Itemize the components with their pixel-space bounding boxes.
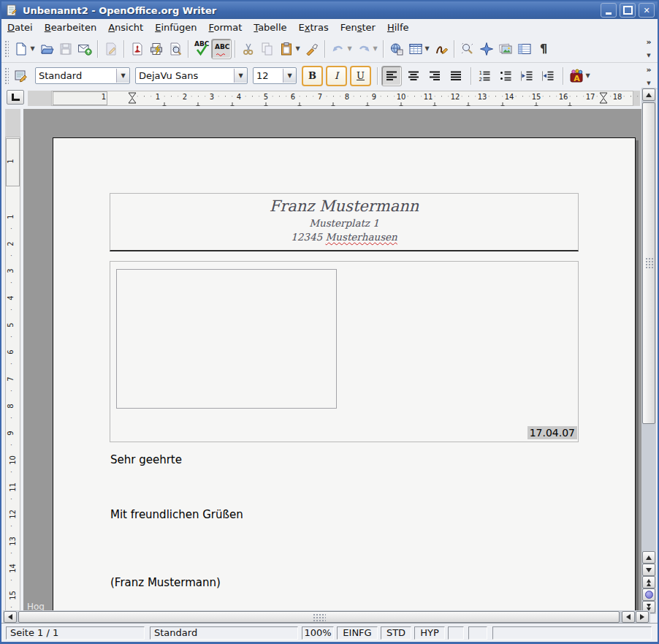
insert-table-button[interactable] [406, 39, 425, 58]
sender-city-line[interactable]: 12345 Musterhausen [110, 231, 578, 243]
scroll-down-button[interactable] [642, 564, 655, 576]
sender-header-frame[interactable]: Franz Mustermann Musterplatz 1 12345 Mus… [110, 193, 579, 251]
hruler-track[interactable]: 1234567891011121314151617181············… [28, 91, 640, 106]
right-indent-marker[interactable] [600, 92, 608, 104]
menu-datei[interactable]: Datei [1, 20, 39, 34]
vertical-scroll-thumb[interactable] [642, 102, 655, 424]
undo-button[interactable] [329, 39, 348, 58]
close-button[interactable]: ✕ [639, 3, 655, 18]
font-combo-dropdown-icon[interactable]: ▼ [234, 69, 247, 83]
scroll-left-button[interactable] [4, 611, 17, 623]
scroll-right-button[interactable] [636, 611, 649, 623]
menu-tabelle[interactable]: Tabelle [248, 20, 292, 34]
menu-einfuegen[interactable]: Einfügen [149, 20, 202, 34]
salutation-text[interactable]: Sehr geehrte [110, 453, 182, 466]
data-sources-button[interactable] [515, 39, 534, 58]
previous-page-button[interactable] [642, 576, 655, 588]
menu-format[interactable]: Format [203, 20, 248, 34]
copy-button[interactable] [258, 39, 277, 58]
italic-button[interactable]: I [326, 66, 347, 86]
hruler-left-margin[interactable] [53, 91, 107, 105]
increase-indent-button[interactable] [538, 67, 557, 86]
horizontal-scroll-thumb[interactable] [18, 611, 620, 623]
edit-file-button[interactable] [102, 39, 121, 58]
vertical-ruler[interactable]: 1234567891011121314151··············· [1, 109, 23, 610]
export-pdf-button[interactable] [128, 39, 147, 58]
menu-bearbeiten[interactable]: Bearbeiten [39, 20, 102, 34]
date-field[interactable]: 17.04.07 [527, 426, 577, 439]
align-right-button[interactable] [425, 67, 444, 86]
menu-ansicht[interactable]: Ansicht [102, 20, 149, 34]
menu-hilfe[interactable]: Hilfe [381, 20, 415, 34]
toolbar-grip[interactable] [4, 39, 9, 58]
new-document-button[interactable] [12, 39, 31, 58]
gallery-button[interactable] [496, 39, 515, 58]
cut-button[interactable] [239, 39, 258, 58]
find-replace-button[interactable] [458, 39, 477, 58]
navigator-button[interactable] [477, 39, 496, 58]
vertical-scrollbar[interactable] [641, 88, 656, 614]
print-button[interactable] [147, 39, 166, 58]
sender-street[interactable]: Musterplatz 1 [110, 217, 578, 229]
status-hyperlink-mode[interactable]: HYP [414, 626, 445, 640]
align-center-button[interactable] [404, 67, 423, 86]
styles-button[interactable] [12, 67, 31, 86]
sender-name[interactable]: Franz Mustermann [110, 197, 578, 215]
paste-button[interactable] [277, 39, 296, 58]
maximize-button[interactable] [620, 3, 636, 18]
scroll-up-button[interactable] [642, 88, 655, 101]
decrease-indent-button[interactable] [517, 67, 536, 86]
signature-text[interactable]: (Franz Mustermann) [110, 576, 221, 589]
justify-button[interactable] [446, 67, 465, 86]
redo-button[interactable] [354, 39, 373, 58]
toolbar-grip[interactable] [4, 67, 9, 86]
menu-extras[interactable]: Extras [293, 20, 335, 34]
status-zoom[interactable]: 100% [302, 626, 334, 640]
horizontal-scrollbar[interactable] [3, 610, 650, 624]
document-canvas[interactable]: Franz Mustermann Musterplatz 1 12345 Mus… [23, 109, 641, 610]
page-preview-button[interactable] [166, 39, 185, 58]
auto-spellcheck-button[interactable]: ABC [211, 39, 232, 59]
bold-button[interactable]: B [302, 66, 323, 86]
paragraph-style-combo[interactable]: Standard ▼ [35, 67, 130, 84]
font-color-button[interactable]: A [567, 67, 586, 86]
send-email-button[interactable] [75, 39, 94, 58]
open-button[interactable] [37, 39, 56, 58]
closing-text[interactable]: Mit freundlichen Grüßen [110, 508, 243, 521]
document-page[interactable]: Franz Mustermann Musterplatz 1 12345 Mus… [53, 137, 636, 610]
font-name-combo[interactable]: DejaVu Sans ▼ [135, 67, 248, 84]
bullet-list-button[interactable] [496, 67, 515, 86]
status-page-style[interactable]: Standard [150, 626, 298, 640]
draw-functions-button[interactable] [432, 39, 451, 58]
align-left-button[interactable] [381, 66, 402, 86]
tab-type-selector-button[interactable] [7, 90, 24, 105]
scroll-up-button-2[interactable] [642, 551, 655, 564]
title-bar[interactable]: Unbenannt2 - OpenOffice.org Writer ✕ [1, 1, 658, 19]
font-size-combo[interactable]: 12 ▼ [253, 67, 297, 84]
size-combo-dropdown-icon[interactable]: ▼ [283, 69, 296, 83]
status-page[interactable]: Seite 1 / 1 [6, 626, 145, 640]
minimize-button[interactable] [601, 3, 617, 18]
numbered-list-button[interactable]: 12 [475, 67, 494, 86]
left-indent-marker[interactable] [129, 92, 137, 104]
menu-fenster[interactable]: Fenster [335, 20, 381, 34]
underline-button[interactable]: U [350, 66, 371, 86]
vruler-track[interactable]: 1234567891011121314151··············· [5, 109, 20, 610]
formatting-marks-button[interactable]: ¶ [534, 39, 553, 58]
style-combo-dropdown-icon[interactable]: ▼ [116, 69, 129, 83]
save-button[interactable] [56, 39, 75, 58]
spellcheck-button[interactable]: ABC [192, 39, 211, 58]
recipient-address-frame[interactable] [116, 269, 337, 409]
navigation-button[interactable] [642, 588, 655, 601]
hyperlink-button[interactable] [387, 39, 406, 58]
format-paintbrush-button[interactable] [302, 39, 321, 58]
toolbar-overflow-button[interactable]: » ▼ [644, 65, 654, 86]
status-insert-mode[interactable]: EINFG [337, 626, 378, 640]
address-date-frame[interactable]: 17.04.07 [110, 261, 579, 442]
svg-text:2: 2 [479, 77, 482, 83]
standard-toolbar: ▼ ABC ABC ▼ [1, 35, 658, 63]
horizontal-ruler[interactable]: 1234567891011121314151617181············… [1, 88, 641, 109]
scroll-left-button-2[interactable] [622, 611, 635, 623]
toolbar-overflow-button[interactable]: » ▼ [644, 37, 654, 58]
status-selection-mode[interactable]: STD [381, 626, 411, 640]
